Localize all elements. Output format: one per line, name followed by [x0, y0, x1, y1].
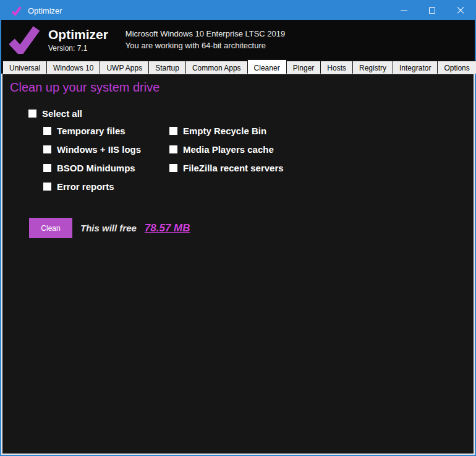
- select-all-label: Select all: [42, 108, 82, 119]
- titlebar: Optimizer: [1, 1, 475, 20]
- tab-cleaner[interactable]: Cleaner: [247, 59, 287, 74]
- app-version: Version: 7.1: [48, 44, 108, 53]
- checkbox-unchecked-icon[interactable]: [43, 183, 51, 191]
- cleaner-option-row[interactable]: Media Players cache: [169, 144, 295, 155]
- cleaner-option-row[interactable]: FileZilla recent servers: [169, 163, 295, 173]
- cleaner-option-label: FileZilla recent servers: [183, 163, 284, 173]
- tab-windows-10[interactable]: Windows 10: [46, 61, 100, 74]
- tab-strip: UniversalWindows 10UWP AppsStartupCommon…: [1, 59, 475, 74]
- cleaner-tab-panel: Clean up your system drive Select all Te…: [1, 73, 475, 455]
- os-info-line1: Microsoft Windows 10 Enterprise LTSC 201…: [125, 28, 285, 40]
- cleaner-option-label: Temporary files: [57, 126, 125, 136]
- window-controls: [389, 1, 475, 20]
- maximize-icon: [429, 7, 435, 14]
- tab-universal[interactable]: Universal: [2, 61, 47, 74]
- cleaner-option-row[interactable]: BSOD Minidumps: [43, 163, 169, 173]
- checkbox-unchecked-icon[interactable]: [169, 145, 177, 153]
- clean-action-row: Clean This will free 78.57 MB: [29, 218, 190, 238]
- tab-integrator[interactable]: Integrator: [393, 61, 438, 74]
- app-header: Optimizer Version: 7.1 Microsoft Windows…: [1, 20, 475, 59]
- close-button[interactable]: [446, 1, 475, 20]
- checkmark-logo-icon: [9, 25, 40, 54]
- close-icon: [457, 7, 464, 14]
- tab-registry[interactable]: Registry: [352, 61, 393, 74]
- app-logo-small-icon: [11, 6, 22, 15]
- checkbox-unchecked-icon[interactable]: [169, 164, 177, 172]
- checkbox-unchecked-icon[interactable]: [28, 110, 36, 118]
- app-title-block: Optimizer Version: 7.1: [48, 27, 108, 53]
- checkbox-unchecked-icon[interactable]: [43, 164, 51, 172]
- cleaner-option-row[interactable]: Empty Recycle Bin: [169, 126, 295, 136]
- cleaner-options-right-column: Empty Recycle Bin Media Players cache Fi…: [169, 126, 295, 200]
- cleaner-option-label: Windows + IIS logs: [57, 144, 141, 155]
- clean-button[interactable]: Clean: [29, 218, 72, 238]
- window-title: Optimizer: [28, 6, 62, 15]
- checkbox-unchecked-icon[interactable]: [43, 145, 51, 153]
- cleaner-options: Temporary files Windows + IIS logs BSOD …: [43, 126, 295, 200]
- cleaner-option-label: Media Players cache: [183, 144, 274, 155]
- cleaner-option-row[interactable]: Windows + IIS logs: [43, 144, 169, 155]
- cleaner-options-left-column: Temporary files Windows + IIS logs BSOD …: [43, 126, 169, 200]
- tab-common-apps[interactable]: Common Apps: [185, 61, 248, 74]
- free-space-amount-link[interactable]: 78.57 MB: [145, 222, 190, 234]
- tab-startup[interactable]: Startup: [148, 61, 186, 74]
- minimize-button[interactable]: [389, 1, 418, 20]
- page-title: Clean up your system drive: [10, 80, 159, 95]
- cleaner-option-row[interactable]: Temporary files: [43, 126, 169, 136]
- cleaner-option-row[interactable]: Error reports: [43, 181, 169, 192]
- cleaner-option-label: Empty Recycle Bin: [183, 126, 266, 136]
- app-name: Optimizer: [48, 27, 108, 42]
- tab-options[interactable]: Options: [437, 61, 476, 74]
- select-all-checkbox-row[interactable]: Select all: [28, 108, 82, 119]
- cleaner-option-label: BSOD Minidumps: [57, 163, 135, 173]
- cleaner-option-label: Error reports: [57, 181, 114, 192]
- free-space-text: This will free: [80, 223, 137, 233]
- tab-uwp-apps[interactable]: UWP Apps: [100, 61, 149, 74]
- os-info-line2: You are working with 64-bit architecture: [125, 40, 285, 51]
- checkbox-unchecked-icon[interactable]: [43, 127, 51, 135]
- maximize-button[interactable]: [418, 1, 446, 20]
- minimize-icon: [401, 11, 407, 11]
- checkbox-unchecked-icon[interactable]: [169, 127, 177, 135]
- system-info: Microsoft Windows 10 Enterprise LTSC 201…: [125, 28, 285, 51]
- tab-hosts[interactable]: Hosts: [320, 61, 353, 74]
- tab-pinger[interactable]: Pinger: [286, 61, 321, 74]
- optimizer-window: Optimizer Optimizer Version: 7.1 Microso…: [0, 0, 476, 456]
